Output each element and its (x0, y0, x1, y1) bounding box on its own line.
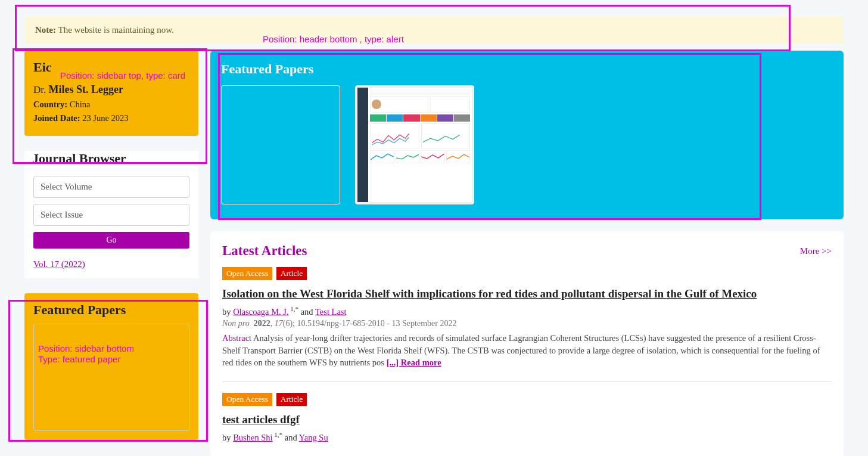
article-item: Open Access Article test articles dfgf b… (222, 393, 832, 442)
maintenance-alert: Note: The website is maintaining now. (24, 17, 844, 44)
by-label: by (222, 433, 233, 442)
eic-name: Miles St. Legger (49, 83, 123, 95)
by-label: by (222, 306, 233, 316)
eic-country-label: Country: (33, 100, 67, 109)
overlay-label-header: Position: header bottom , type: alert (263, 33, 404, 45)
author-link[interactable]: Olascoaga M. J. (233, 306, 288, 316)
go-button[interactable]: Go (33, 232, 189, 249)
alert-note-text: The website is maintaining now. (56, 25, 174, 35)
eic-joined-label: Joined Date: (33, 113, 80, 123)
article-separator (222, 381, 832, 382)
badge-open-access: Open Access (222, 267, 272, 280)
author-sup: 1,* (273, 431, 283, 438)
alert-note-label: Note: (35, 25, 56, 35)
more-link[interactable]: More >> (800, 246, 832, 256)
featured-sidebar-heading: Featured Papers (33, 302, 189, 318)
eic-country-value: China (67, 100, 90, 109)
overlay-label-sidebar-top: Position: sidebar top, type: card (60, 70, 185, 82)
badge-open-access: Open Access (222, 393, 272, 406)
journal-browser-card: Journal Browser Select Volume Select Iss… (24, 151, 198, 278)
select-issue[interactable]: Select Issue (33, 204, 189, 226)
eic-name-prefix: Dr. (33, 84, 49, 95)
featured-paper-tile-1[interactable] (221, 85, 340, 204)
read-more-link[interactable]: [...] Read more (387, 358, 441, 367)
featured-main-heading: Featured Papers (221, 61, 833, 77)
author-link[interactable]: Bushen Shi (233, 433, 272, 442)
author-link[interactable]: Test Last (315, 306, 347, 316)
latest-articles-card: Latest Articles More >> Open Access Arti… (210, 231, 844, 456)
and-label: and (298, 306, 315, 316)
article-item: Open Access Article Isolation on the Wes… (222, 267, 832, 368)
abstract-label: Abstract (222, 333, 253, 343)
badge-article: Article (276, 393, 307, 406)
article-title-link[interactable]: Isolation on the West Florida Shelf with… (222, 287, 757, 300)
eic-card: Eic Dr. Miles St. Legger Country: China … (24, 51, 198, 136)
badge-article: Article (276, 267, 307, 280)
author-sup: 1,* (289, 305, 299, 312)
featured-paper-tile-2[interactable] (355, 85, 474, 204)
article-year: 2022 (254, 319, 270, 328)
journal-browser-heading: Journal Browser (32, 151, 189, 166)
select-volume[interactable]: Select Volume (33, 176, 189, 198)
article-volume: 17 (275, 319, 283, 328)
abstract-text: Analysis of year-long drifter trajectori… (222, 333, 820, 367)
eic-joined-value: 23 June 2023 (80, 113, 129, 123)
featured-papers-main: Featured Papers (210, 51, 844, 219)
featured-sidebar-slot (33, 324, 189, 431)
dashboard-thumbnail (357, 88, 472, 202)
and-label: and (282, 433, 299, 442)
overlay-label-sidebar-bottom-1: Position: sidebar bottom (38, 343, 134, 355)
article-journal: Non pro (222, 319, 250, 328)
article-title-link[interactable]: test articles dfgf (222, 413, 300, 426)
volume-link[interactable]: Vol. 17 (2022) (33, 259, 85, 269)
overlay-label-sidebar-bottom-2: Type: featured paper (38, 353, 120, 365)
article-issue-etc: (6); 10.5194/npg-17-685-2010 - 13 Septem… (283, 319, 457, 328)
author-link[interactable]: Yang Su (299, 433, 328, 442)
featured-papers-sidebar: Featured Papers (24, 293, 198, 440)
latest-articles-heading: Latest Articles (222, 243, 307, 259)
